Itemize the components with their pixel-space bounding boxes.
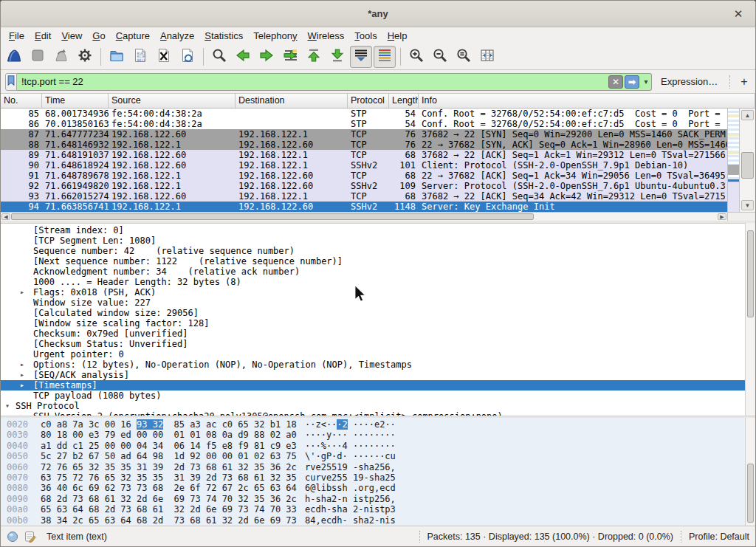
zoom-out-button[interactable] [429, 46, 451, 68]
detail-line[interactable]: ▾SSH Protocol [1, 401, 755, 411]
menu-analyze[interactable]: Analyze [155, 29, 199, 43]
filter-apply-button[interactable]: ➡ [625, 75, 639, 89]
menu-file[interactable]: File [4, 29, 30, 43]
filter-add-button[interactable]: + [735, 75, 753, 89]
display-filter-input[interactable]: !tcp.port == 22 [17, 76, 608, 87]
detail-line[interactable]: [Checksum Status: Unverified] [1, 339, 755, 349]
packet-list-minimap[interactable] [727, 109, 739, 212]
packet-row-93[interactable]: 9371.662015274192.168.122.60192.168.122.… [1, 191, 727, 202]
detail-line[interactable]: [Next sequence number: 1122 (relative se… [1, 256, 755, 266]
packet-row-86[interactable]: 8670.013850163fe:54:00:d4:38:2aSTP54Conf… [1, 119, 727, 129]
menu-help[interactable]: Help [382, 29, 413, 43]
hex-ascii[interactable]: ecdh-sha 2-nistp3 [305, 504, 396, 515]
resize-columns-button[interactable] [476, 46, 498, 68]
packet-list-scroll-thumb[interactable] [741, 152, 754, 179]
capture-options-button[interactable] [74, 46, 96, 68]
stop-capture-button[interactable] [27, 46, 49, 68]
detail-line[interactable]: ▸Options: (12 bytes), No-Operation (NOP)… [1, 359, 755, 370]
close-button[interactable]: ✕ [730, 6, 746, 22]
hex-ascii[interactable]: h-sha2-n istp256, [305, 494, 396, 504]
menu-tools[interactable]: Tools [349, 29, 382, 43]
packet-row-88[interactable]: 8871.648146932192.168.122.1192.168.122.6… [1, 140, 727, 150]
restart-capture-button[interactable] [50, 46, 72, 68]
column-header-length[interactable]: Length [389, 94, 419, 108]
menu-statistics[interactable]: Statistics [199, 29, 248, 43]
scroll-left-icon[interactable]: ◀ [1, 213, 10, 220]
detail-line[interactable]: Sequence number: 42 (relative sequence n… [1, 246, 755, 256]
packet-row-90[interactable]: 9071.648618924192.168.122.60192.168.122.… [1, 160, 727, 171]
hex-bytes[interactable]: 38 34 2c 65 63 64 68 2d 73 68 61 32 2d 6… [41, 515, 297, 526]
go-first-button[interactable] [303, 46, 325, 68]
packet-row-87[interactable]: 8771.647777234192.168.122.60192.168.122.… [1, 129, 727, 140]
details-scrollbar[interactable] [745, 223, 755, 416]
expand-arrow-icon[interactable]: ▸ [20, 380, 24, 391]
hex-ascii[interactable]: ··z<···2 ····e2·· [305, 419, 396, 430]
menu-capture[interactable]: Capture [111, 29, 155, 43]
detail-line[interactable]: ▸Flags: 0x018 (PSH, ACK) [1, 287, 755, 297]
column-header-no[interactable]: No. [1, 94, 42, 108]
menu-telephony[interactable]: Telephony [248, 29, 302, 43]
capture-comment-icon[interactable] [24, 531, 36, 543]
filter-clear-button[interactable]: ✕ [608, 75, 623, 89]
packet-list-hscroll-thumb[interactable] [11, 213, 534, 220]
packet-row-91[interactable]: 9171.648789678192.168.122.1192.168.122.6… [1, 171, 727, 181]
hex-ascii[interactable]: rve25519 -sha256, [305, 462, 396, 472]
menu-wireless[interactable]: Wireless [303, 29, 350, 43]
hex-ascii[interactable]: 6@libssh .org,ecd [305, 483, 396, 493]
hex-ascii[interactable]: curve255 19-sha25 [305, 472, 396, 483]
open-file-button[interactable] [106, 46, 128, 68]
go-to-packet-button[interactable] [279, 46, 301, 68]
hex-row-00a0[interactable]: 00a065 63 64 68 2d 73 68 61 32 2d 6e 69 … [1, 504, 755, 515]
detail-line[interactable]: [TCP Segment Len: 1080] [1, 235, 755, 246]
hex-ascii-highlight[interactable]: ·2 [337, 419, 347, 430]
hex-bytes[interactable]: 65 63 64 68 2d 73 68 61 32 2d 6e 69 73 7… [41, 504, 297, 515]
menu-go[interactable]: Go [87, 29, 110, 43]
detail-line[interactable]: Window size value: 227 [1, 297, 755, 308]
hex-bytes[interactable]: a1 dd c1 25 00 00 04 34 06 14 f5 e8 f9 8… [41, 441, 297, 451]
close-file-button[interactable] [153, 46, 175, 68]
detail-line[interactable]: Acknowledgment number: 34 (relative ack … [1, 266, 755, 277]
save-file-button[interactable]: 010101100011 [129, 46, 151, 68]
bytes-scrollbar[interactable] [745, 418, 755, 527]
hex-bytes[interactable]: c0 a8 7a 3c 00 16 93 32 85 a3 ac c0 65 3… [41, 419, 297, 430]
scroll-right-icon[interactable]: ▶ [718, 213, 726, 220]
column-header-source[interactable]: Source [109, 94, 236, 108]
bytes-scroll-thumb[interactable] [747, 464, 754, 523]
auto-scroll-button[interactable] [350, 46, 372, 68]
hex-bytes[interactable]: 36 40 6c 69 62 73 73 68 2e 6f 72 67 2c 6… [41, 483, 297, 493]
hex-row-0070[interactable]: 007063 75 72 76 65 32 35 35 31 39 2d 73 … [1, 472, 755, 483]
profile-label[interactable]: Profile: Default [689, 531, 749, 542]
hex-row-0060[interactable]: 006072 76 65 32 35 35 31 39 2d 73 68 61 … [1, 462, 755, 472]
hex-row-0020[interactable]: 0020c0 a8 7a 3c 00 16 93 32 85 a3 ac c0 … [1, 419, 755, 430]
hex-ascii[interactable]: ····y··· ········ [305, 430, 396, 440]
filter-history-dropdown[interactable]: ▾ [641, 75, 651, 89]
expand-arrow-icon[interactable]: ▸ [20, 287, 24, 297]
packet-list-hscrollbar[interactable]: ◀ ▶ [1, 212, 727, 221]
packet-list-scrollbar[interactable]: ▲ ▼ [739, 109, 755, 212]
packet-row-85[interactable]: 8568.001734936fe:54:00:d4:38:2aSTP54Conf… [1, 109, 727, 119]
hex-ascii[interactable]: 84,ecdh- sha2-nis [305, 515, 396, 526]
go-back-button[interactable] [232, 46, 254, 68]
start-capture-button[interactable] [3, 46, 25, 68]
details-scroll-thumb[interactable] [747, 230, 754, 317]
filter-bookmark-button[interactable] [5, 73, 17, 91]
packet-row-89[interactable]: 8971.648191037192.168.122.60192.168.122.… [1, 150, 727, 160]
colorize-button[interactable] [374, 46, 396, 68]
detail-line[interactable]: [Stream index: 0] [1, 225, 755, 235]
hex-ascii[interactable]: \'·gP·d· ······cu [305, 451, 396, 461]
column-header-info[interactable]: Info [419, 94, 755, 108]
hex-bytes[interactable]: 5c 27 b2 67 50 ad 64 98 1d 92 00 00 01 0… [41, 451, 297, 461]
hex-bytes[interactable]: 68 2d 73 68 61 32 2d 6e 69 73 74 70 32 3… [41, 494, 297, 504]
detail-line[interactable]: Checksum: 0x79ed [unverified] [1, 328, 755, 339]
hex-row-0040[interactable]: 0040a1 dd c1 25 00 00 04 34 06 14 f5 e8 … [1, 441, 755, 451]
hex-bytes[interactable]: 72 76 65 32 35 35 31 39 2d 73 68 61 32 3… [41, 462, 297, 472]
scroll-down-icon[interactable]: ▼ [741, 200, 754, 210]
go-last-button[interactable] [326, 46, 348, 68]
detail-line[interactable]: [Calculated window size: 29056] [1, 308, 755, 318]
hex-row-0080[interactable]: 008036 40 6c 69 62 73 73 68 2e 6f 72 67 … [1, 483, 755, 493]
packet-row-92[interactable]: 9271.661949820192.168.122.1192.168.122.6… [1, 181, 727, 191]
hex-row-00b0[interactable]: 00b038 34 2c 65 63 64 68 2d 73 68 61 32 … [1, 515, 755, 526]
detail-line[interactable]: TCP payload (1080 bytes) [1, 391, 755, 401]
zoom-in-button[interactable] [405, 46, 427, 68]
detail-line[interactable]: Urgent pointer: 0 [1, 349, 755, 359]
